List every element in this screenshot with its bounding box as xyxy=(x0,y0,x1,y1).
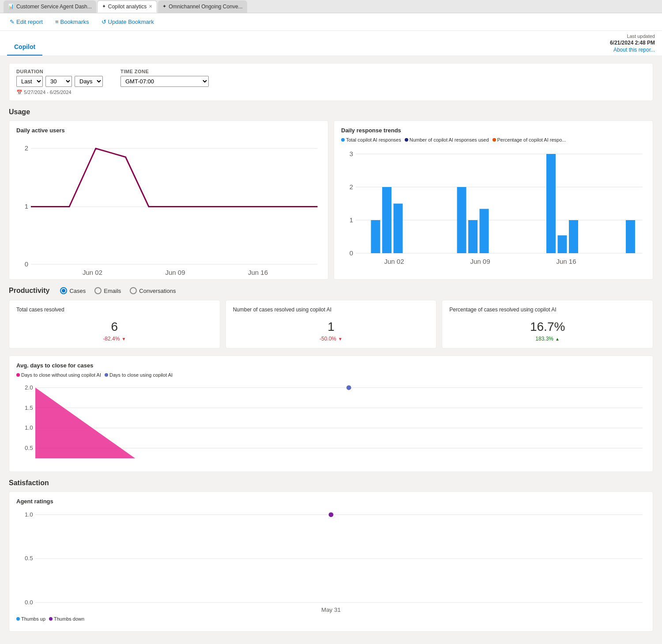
nav-meta: Last updated 6/21/2024 2:48 PM About thi… xyxy=(610,31,655,56)
kpi-cases-copilot-change: -50.0% ▼ xyxy=(233,336,429,342)
usage-charts-row: Daily active users 2 1 0 Jun 02 Jun 09 J… xyxy=(9,120,653,280)
svg-text:Jun 09: Jun 09 xyxy=(165,269,185,276)
legend-thumbs-down-dot xyxy=(49,617,53,621)
legend-thumbs-up-label: Thumbs up xyxy=(21,616,45,622)
edit-report-label: Edit report xyxy=(16,19,43,25)
duration-unit-select[interactable]: Days xyxy=(75,76,103,87)
update-bookmark-button[interactable]: ↺ Update Bookmark xyxy=(99,17,157,27)
main-content: Duration Last 30 Days 📅 5/27/2024 - 6/25… xyxy=(0,56,662,644)
satisfaction-card: Agent ratings 1.0 0.5 0.0 May 31 Thumbs … xyxy=(9,491,653,632)
legend-used-label: Number of copilot AI responses used xyxy=(410,137,489,142)
kpi-pct-copilot-value: 16.7% xyxy=(449,320,646,334)
kpi-pct-copilot: Percentage of cases resolved using copil… xyxy=(442,300,653,348)
svg-rect-19 xyxy=(394,204,403,254)
legend-pct: Percentage of copilot AI respo... xyxy=(493,137,566,142)
duration-preset-select[interactable]: Last xyxy=(16,76,43,87)
bookmarks-label: Bookmarks xyxy=(60,19,89,25)
svg-text:2.0: 2.0 xyxy=(25,384,33,391)
productivity-title: Productivity xyxy=(9,287,49,295)
daily-active-users-card: Daily active users 2 1 0 Jun 02 Jun 09 J… xyxy=(9,120,328,280)
edit-icon: ✎ xyxy=(10,19,15,25)
kpi-total-cases-pct: -82.4% xyxy=(103,336,120,342)
avg-days-legend: Days to close without using copilot AI D… xyxy=(16,372,646,378)
svg-text:Jun 16: Jun 16 xyxy=(556,258,576,265)
svg-text:0.5: 0.5 xyxy=(25,445,33,451)
tab-customer-service[interactable]: 📊 Customer Service Agent Dash... xyxy=(4,0,96,13)
svg-point-39 xyxy=(346,385,351,390)
svg-text:Jun 16: Jun 16 xyxy=(248,269,268,276)
daily-active-title: Daily active users xyxy=(16,127,321,134)
tab-omni-icon: ✦ xyxy=(162,4,166,9)
kpi-total-cases-value: 6 xyxy=(16,320,213,334)
agent-ratings-legend: Thumbs up Thumbs down xyxy=(16,616,646,622)
duration-filter: Duration Last 30 Days 📅 5/27/2024 - 6/25… xyxy=(16,69,103,95)
legend-no-copilot: Days to close without using copilot AI xyxy=(16,372,101,378)
legend-no-copilot-dot xyxy=(16,373,20,377)
svg-text:0.5: 0.5 xyxy=(25,555,33,562)
tab-omnichannel[interactable]: ✦ Omnichannel Ongoing Conve... xyxy=(158,0,247,13)
svg-text:Jun 02: Jun 02 xyxy=(83,269,102,276)
tab-copilot-nav[interactable]: Copilot xyxy=(7,39,42,56)
agent-ratings-title: Agent ratings xyxy=(16,498,646,505)
bookmarks-button[interactable]: ≡ Bookmarks xyxy=(53,17,92,27)
svg-rect-20 xyxy=(457,187,466,253)
update-bookmark-label: Update Bookmark xyxy=(108,19,154,25)
edit-report-button[interactable]: ✎ Edit report xyxy=(7,17,45,27)
svg-text:3: 3 xyxy=(350,150,353,157)
main-nav: Copilot Last updated 6/21/2024 2:48 PM A… xyxy=(0,31,662,56)
svg-rect-25 xyxy=(569,220,578,253)
daily-response-legend: Total copilot AI responses Number of cop… xyxy=(341,137,646,142)
svg-rect-17 xyxy=(371,220,380,253)
filters-section: Duration Last 30 Days 📅 5/27/2024 - 6/25… xyxy=(9,63,653,101)
tab-omni-label: Omnichannel Ongoing Conve... xyxy=(169,4,242,10)
legend-thumbs-down: Thumbs down xyxy=(49,616,84,622)
duration-label: Duration xyxy=(16,69,103,74)
radio-conversations-circle xyxy=(130,287,137,294)
kpi-cases-copilot: Number of cases resolved using copilot A… xyxy=(226,300,437,348)
svg-text:1.0: 1.0 xyxy=(25,511,33,518)
radio-cases-circle xyxy=(60,287,67,294)
tab-copilot-analytics[interactable]: ✦ Copilot analytics ✕ xyxy=(97,0,157,13)
tab-copilot-nav-label: Copilot xyxy=(14,43,35,50)
browser-tab-bar: 📊 Customer Service Agent Dash... ✦ Copil… xyxy=(0,0,662,13)
svg-rect-23 xyxy=(546,154,556,253)
svg-text:Jun 02: Jun 02 xyxy=(384,258,404,265)
timezone-filter: Time zone GMT-07:00 xyxy=(120,69,209,87)
svg-text:May 31: May 31 xyxy=(321,607,341,614)
productivity-radio-group: Cases Emails Conversations xyxy=(60,287,176,294)
tab-copilot-close[interactable]: ✕ xyxy=(149,4,152,9)
last-updated-value: 6/21/2024 2:48 PM xyxy=(610,40,655,46)
svg-text:1.0: 1.0 xyxy=(25,424,33,431)
svg-text:0: 0 xyxy=(25,260,28,268)
calendar-icon: 📅 xyxy=(16,90,23,95)
usage-section-title: Usage xyxy=(9,108,653,116)
kpi-pct-copilot-change: 183.3% ▲ xyxy=(449,336,646,342)
legend-thumbs-up: Thumbs up xyxy=(16,616,45,622)
tab-customer-icon: 📊 xyxy=(8,4,14,9)
radio-emails[interactable]: Emails xyxy=(94,287,121,294)
legend-no-copilot-label: Days to close without using copilot AI xyxy=(21,372,101,378)
legend-used-dot xyxy=(405,138,408,142)
svg-text:0.0: 0.0 xyxy=(25,599,33,606)
duration-value-select[interactable]: 30 xyxy=(45,76,72,87)
avg-days-title: Avg. days to close for cases xyxy=(16,362,646,369)
svg-rect-22 xyxy=(480,209,489,254)
kpi-row: Total cases resolved 6 -82.4% ▼ Number o… xyxy=(9,300,653,348)
productivity-header: Productivity Cases Emails Conversations xyxy=(9,287,653,295)
nav-tabs: Copilot xyxy=(7,39,42,56)
kpi-total-cases-arrow: ▼ xyxy=(121,337,126,341)
last-updated-label: Last updated xyxy=(627,34,655,39)
radio-conversations-label: Conversations xyxy=(139,288,176,294)
legend-with-copilot-label: Days to close using copilot AI xyxy=(109,372,173,378)
toolbar: ✎ Edit report ≡ Bookmarks ↺ Update Bookm… xyxy=(0,13,662,31)
svg-text:1: 1 xyxy=(350,216,353,224)
about-report-link[interactable]: About this repor... xyxy=(613,47,655,53)
kpi-pct-copilot-pct: 183.3% xyxy=(535,336,553,342)
legend-thumbs-up-dot xyxy=(16,617,20,621)
timezone-select[interactable]: GMT-07:00 xyxy=(120,76,209,87)
svg-rect-26 xyxy=(626,220,635,253)
radio-conversations[interactable]: Conversations xyxy=(130,287,176,294)
legend-pct-label: Percentage of copilot AI respo... xyxy=(497,137,566,142)
svg-text:Jun 09: Jun 09 xyxy=(470,258,490,265)
radio-cases[interactable]: Cases xyxy=(60,287,86,294)
